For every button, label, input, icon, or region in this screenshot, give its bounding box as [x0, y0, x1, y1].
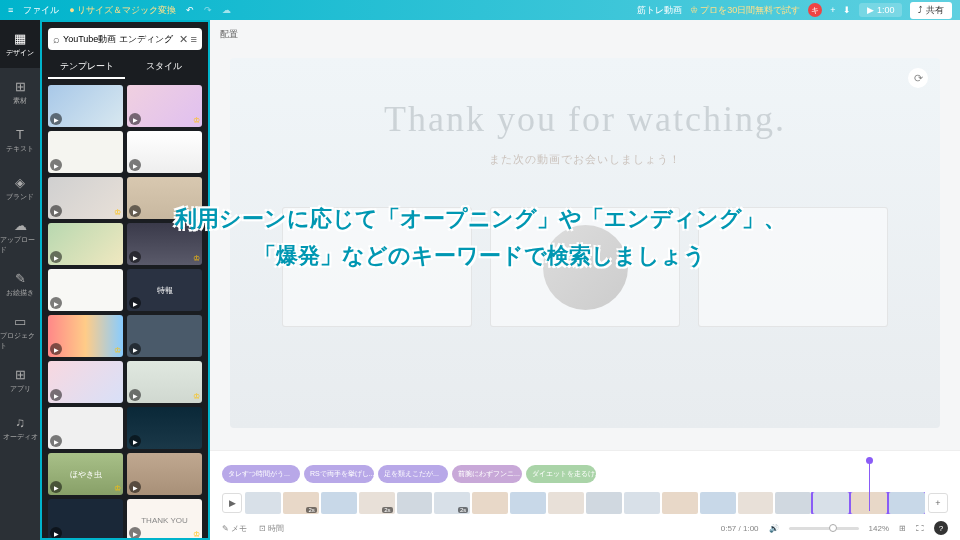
playhead[interactable] [869, 461, 870, 511]
frames[interactable]: 2s2s2s [245, 492, 925, 514]
frame-6[interactable] [472, 492, 508, 514]
nav-アプリ[interactable]: ⊞アプリ [0, 356, 40, 404]
template-9[interactable]: ▶特報 [127, 269, 202, 311]
template-7[interactable]: ▶♔ [127, 223, 202, 265]
clip-0[interactable]: タレすつ時間がう... [222, 465, 300, 483]
add-frame[interactable]: + [928, 493, 948, 513]
download-icon[interactable]: ⬇ [843, 5, 851, 15]
play-icon: ▶ [50, 343, 62, 355]
template-15[interactable]: ▶ [127, 407, 202, 449]
full-icon[interactable]: ⛶ [916, 524, 924, 533]
template-8[interactable]: ▶ [48, 269, 123, 311]
memo-button[interactable]: ✎ メモ [222, 523, 247, 534]
nav-icon: ▭ [12, 313, 28, 329]
search-input[interactable] [63, 34, 176, 44]
crown-icon: ♔ [193, 254, 200, 263]
play-button[interactable]: ▶ [222, 493, 242, 513]
clip-4[interactable]: ダイエットを走るけ... [526, 465, 596, 483]
template-17[interactable]: ▶ [127, 453, 202, 495]
clip-2[interactable]: 足を類えこだが... [378, 465, 448, 483]
template-19[interactable]: ▶♔THANK YOU [127, 499, 202, 540]
nav-icon: ♫ [12, 414, 28, 430]
frame-2[interactable] [321, 492, 357, 514]
frame-14[interactable] [775, 492, 811, 514]
play-icon: ▶ [129, 205, 141, 217]
nav-ブランド[interactable]: ◈ブランド [0, 164, 40, 212]
avatar[interactable]: キ [808, 3, 822, 17]
file-menu[interactable]: ファイル [23, 4, 59, 17]
frame-17[interactable] [889, 492, 925, 514]
template-5[interactable]: ▶ [127, 177, 202, 219]
template-18[interactable]: ▶ [48, 499, 123, 540]
template-0[interactable]: ▶ [48, 85, 123, 127]
template-3[interactable]: ▶ [127, 131, 202, 173]
template-16[interactable]: ▶♔ほやき虫 [48, 453, 123, 495]
template-6[interactable]: ▶ [48, 223, 123, 265]
card-mid[interactable] [490, 207, 680, 327]
card-right[interactable] [698, 207, 888, 327]
canvas-toolbar: 配置 [210, 20, 960, 48]
nav-icon: ◈ [12, 174, 28, 190]
trial-button[interactable]: ♔ プロを30日間無料で試す [690, 4, 801, 17]
nav-デザイン[interactable]: ▦デザイン [0, 20, 40, 68]
nav-素材[interactable]: ⊞素材 [0, 68, 40, 116]
card-left[interactable] [282, 207, 472, 327]
frame-13[interactable] [738, 492, 774, 514]
doc-title[interactable]: 筋トレ動画 [637, 4, 682, 17]
clip-3[interactable]: 前腕にわずフンニ... [452, 465, 522, 483]
frame-8[interactable] [548, 492, 584, 514]
refresh-icon[interactable]: ⟳ [908, 68, 928, 88]
grid-icon[interactable]: ⊞ [899, 524, 906, 533]
nav-テキスト[interactable]: Tテキスト [0, 116, 40, 164]
tab-styles[interactable]: スタイル [125, 56, 202, 79]
frame-10[interactable] [624, 492, 660, 514]
play-icon: ▶ [50, 113, 62, 125]
template-13[interactable]: ▶♔ [127, 361, 202, 403]
play-icon: ▶ [129, 159, 141, 171]
redo-icon[interactable]: ↷ [204, 5, 212, 15]
template-11[interactable]: ▶ [127, 315, 202, 357]
template-1[interactable]: ▶♔ [127, 85, 202, 127]
clip-1[interactable]: RSで両手を挙げし... [304, 465, 374, 483]
menu-icon[interactable]: ≡ [8, 5, 13, 15]
frame-7[interactable] [510, 492, 546, 514]
add-button[interactable]: + [830, 5, 835, 15]
nav-オーディオ[interactable]: ♫オーディオ [0, 404, 40, 452]
canvas[interactable]: ⟳ Thank you for watching. また次の動画でお会いしましょ… [230, 58, 940, 428]
frame-9[interactable] [586, 492, 622, 514]
nav-プロジェクト[interactable]: ▭プロジェクト [0, 308, 40, 356]
frame-1[interactable]: 2s [283, 492, 319, 514]
tab-templates[interactable]: テンプレート [48, 56, 125, 79]
cloud-icon: ☁ [222, 5, 231, 15]
arrange-button[interactable]: 配置 [220, 28, 238, 41]
frame-0[interactable] [245, 492, 281, 514]
template-4[interactable]: ▶♔ [48, 177, 123, 219]
resize-button[interactable]: ● リサイズ＆マジック変換 [69, 4, 176, 17]
canvas-title: Thank you for watching. [260, 98, 910, 140]
frame-11[interactable] [662, 492, 698, 514]
vol-icon[interactable]: 🔊 [769, 524, 779, 533]
nav-アップロード[interactable]: ☁アップロード [0, 212, 40, 260]
undo-icon[interactable]: ↶ [186, 5, 194, 15]
frame-3[interactable]: 2s [359, 492, 395, 514]
vol-slider[interactable] [789, 527, 859, 530]
frame-4[interactable] [397, 492, 433, 514]
frame-15[interactable] [813, 492, 849, 514]
template-14[interactable]: ▶ [48, 407, 123, 449]
nav-お絵描き[interactable]: ✎お絵描き [0, 260, 40, 308]
template-10[interactable]: ▶♔ [48, 315, 123, 357]
nav-icon: T [12, 126, 28, 142]
template-12[interactable]: ▶ [48, 361, 123, 403]
share-button[interactable]: ⤴ 共有 [910, 2, 952, 19]
canvas-area: 配置 ⟳ Thank you for watching. また次の動画でお会いし… [210, 20, 960, 540]
clear-icon[interactable]: ✕ [179, 33, 188, 46]
template-2[interactable]: ▶ [48, 131, 123, 173]
help-icon[interactable]: ? [934, 521, 948, 535]
filter-icon[interactable]: ≡ [191, 33, 197, 45]
frame-12[interactable] [700, 492, 736, 514]
frame-5[interactable]: 2s [434, 492, 470, 514]
search-icon: ⌕ [53, 33, 60, 45]
play-icon: ▶ [129, 343, 141, 355]
play-time[interactable]: ▶ 1:00 [859, 3, 902, 17]
duration-button[interactable]: ⊡ 時間 [259, 523, 284, 534]
